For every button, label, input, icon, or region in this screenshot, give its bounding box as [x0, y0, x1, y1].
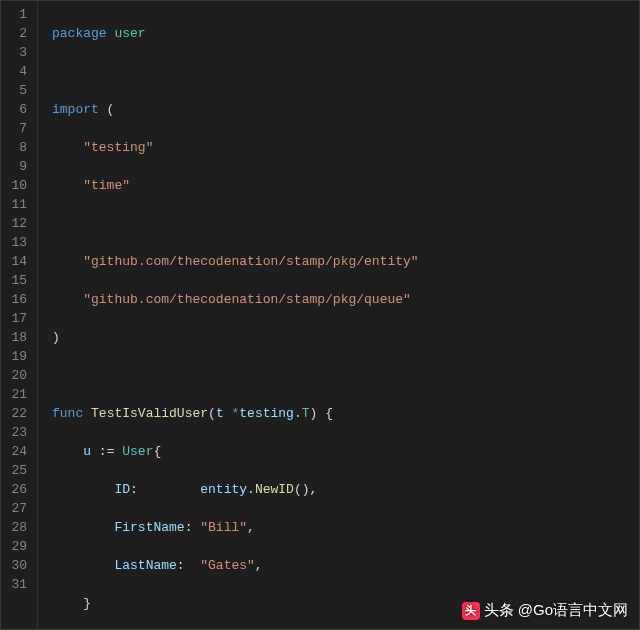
code-line	[52, 62, 639, 81]
code-line: "time"	[52, 176, 639, 195]
line-number: 27	[5, 499, 27, 518]
code-line: "github.com/thecodenation/stamp/pkg/queu…	[52, 290, 639, 309]
watermark-handle: @Go语言中文网	[518, 601, 628, 620]
line-number: 22	[5, 404, 27, 423]
code-line: ID: entity.NewID(),	[52, 480, 639, 499]
code-line: "github.com/thecodenation/stamp/pkg/enti…	[52, 252, 639, 271]
line-number: 10	[5, 176, 27, 195]
line-number: 25	[5, 461, 27, 480]
line-number: 8	[5, 138, 27, 157]
line-number: 31	[5, 575, 27, 594]
line-number: 20	[5, 366, 27, 385]
line-number: 3	[5, 43, 27, 62]
line-number: 19	[5, 347, 27, 366]
line-number: 16	[5, 290, 27, 309]
line-number: 7	[5, 119, 27, 138]
line-number: 28	[5, 518, 27, 537]
watermark: 头 头条 @Go语言中文网	[462, 601, 628, 620]
code-editor: 1234567891011121314151617181920212223242…	[0, 0, 640, 630]
line-number: 17	[5, 309, 27, 328]
code-line: package user	[52, 24, 639, 43]
line-number: 14	[5, 252, 27, 271]
line-number: 4	[5, 62, 27, 81]
code-line: )	[52, 328, 639, 347]
line-number: 18	[5, 328, 27, 347]
line-gutter: 1234567891011121314151617181920212223242…	[1, 1, 38, 629]
line-number: 24	[5, 442, 27, 461]
toutiao-icon: 头	[462, 602, 480, 620]
code-line: LastName: "Gates",	[52, 556, 639, 575]
line-number: 29	[5, 537, 27, 556]
code-line	[52, 366, 639, 385]
line-number: 1	[5, 5, 27, 24]
line-number: 26	[5, 480, 27, 499]
code-line: import (	[52, 100, 639, 119]
line-number: 23	[5, 423, 27, 442]
line-number: 2	[5, 24, 27, 43]
line-number: 30	[5, 556, 27, 575]
code-line: FirstName: "Bill",	[52, 518, 639, 537]
code-line	[52, 214, 639, 233]
line-number: 5	[5, 81, 27, 100]
code-line: u := User{	[52, 442, 639, 461]
line-number: 15	[5, 271, 27, 290]
line-number: 9	[5, 157, 27, 176]
code-area: package user import ( "testing" "time" "…	[38, 1, 639, 629]
watermark-prefix: 头条	[484, 601, 514, 620]
line-number: 6	[5, 100, 27, 119]
code-line: func TestIsValidUser(t *testing.T) {	[52, 404, 639, 423]
line-number: 11	[5, 195, 27, 214]
line-number: 21	[5, 385, 27, 404]
code-line: "testing"	[52, 138, 639, 157]
line-number: 13	[5, 233, 27, 252]
line-number: 12	[5, 214, 27, 233]
